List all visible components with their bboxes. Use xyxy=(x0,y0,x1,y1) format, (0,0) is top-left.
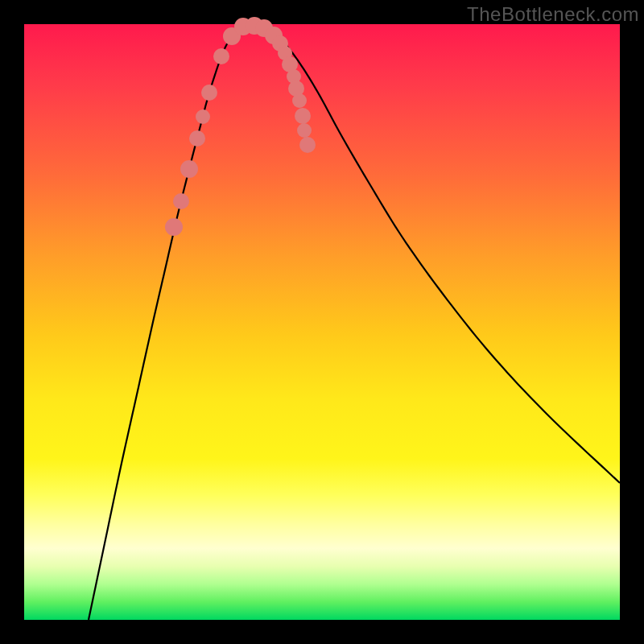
marker-dot xyxy=(189,130,205,147)
marker-dot xyxy=(165,218,183,236)
marker-dot xyxy=(297,123,312,138)
marker-dots xyxy=(165,17,316,236)
curve-svg xyxy=(24,24,620,620)
marker-dot xyxy=(295,108,311,124)
plot-area xyxy=(24,24,620,620)
marker-dot xyxy=(201,85,217,101)
marker-dot xyxy=(180,160,198,178)
marker-dot xyxy=(292,93,307,108)
marker-dot xyxy=(213,48,229,64)
bottleneck-curve xyxy=(89,26,620,620)
marker-dot xyxy=(196,109,210,124)
marker-dot xyxy=(173,193,189,209)
chart-frame: TheBottleneck.com xyxy=(0,0,644,644)
watermark-label: TheBottleneck.com xyxy=(467,3,639,26)
marker-dot xyxy=(299,137,316,153)
